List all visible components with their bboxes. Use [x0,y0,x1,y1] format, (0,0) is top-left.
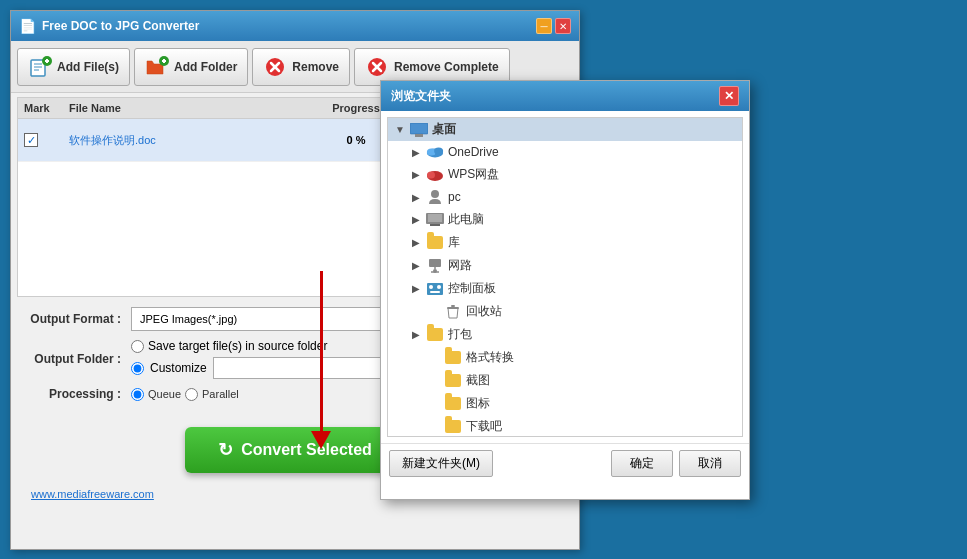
title-bar-controls: ─ ✕ [536,18,571,34]
tree-label-onedrive: OneDrive [448,145,499,159]
onedrive-icon [426,144,444,160]
pack-icon [426,327,444,343]
add-folder-label: Add Folder [174,60,237,74]
remove-label: Remove [292,60,339,74]
dialog-title-bar: 浏览文件夹 ✕ [381,81,749,111]
thispc-icon [426,212,444,228]
tree-toggle-downloads [428,421,440,433]
tree-toggle-controlpanel: ▶ [410,283,422,295]
dialog-close-button[interactable]: ✕ [719,86,739,106]
dialog-ok-button[interactable]: 确定 [611,450,673,477]
add-folder-icon [145,55,169,79]
convert-label: Convert Selected [241,441,372,459]
svg-rect-16 [410,123,428,134]
col-header-filename: File Name [69,102,306,114]
tree-item-recycle[interactable]: 回收站 [388,300,742,323]
new-folder-button[interactable]: 新建文件夹(M) [389,450,493,477]
tree-item-desktop[interactable]: ▼ 桌面 [388,118,742,141]
tree-label-icons: 图标 [466,395,490,412]
folder-customize-radio[interactable] [131,362,144,375]
tree-toggle-network: ▶ [410,260,422,272]
tree-item-downloads[interactable]: 下载吧 [388,415,742,437]
svg-rect-26 [428,214,442,222]
add-files-icon [28,55,52,79]
website-link[interactable]: www.mediafreeware.com [21,486,164,502]
user-icon [426,189,444,205]
tree-toggle-screenshot [428,375,440,387]
tree-item-icons[interactable]: 图标 [388,392,742,415]
dialog-buttons: 新建文件夹(M) 确定 取消 [381,443,749,483]
svg-rect-36 [451,305,455,307]
processing-queue-radio[interactable] [131,388,144,401]
processing-options: Queue Parallel [131,388,239,401]
tree-label-recycle: 回收站 [466,303,502,320]
svg-rect-17 [415,134,423,137]
recycle-icon [444,304,462,320]
tree-toggle-recycle [428,306,440,318]
tree-item-library[interactable]: ▶ 库 [388,231,742,254]
processing-queue-label: Queue [148,388,181,400]
minimize-button[interactable]: ─ [536,18,552,34]
tree-toggle-desktop: ▼ [394,124,406,136]
title-bar-left: 📄 Free DOC to JPG Converter [19,18,199,34]
dialog-cancel-button[interactable]: 取消 [679,450,741,477]
svg-point-22 [427,171,435,178]
tree-toggle-pack: ▶ [410,329,422,341]
svg-rect-31 [427,283,443,295]
svg-point-20 [434,148,443,155]
svg-point-33 [437,285,441,289]
col-header-mark: Mark [24,102,69,114]
tree-label-wps: WPS网盘 [448,166,499,183]
svg-point-23 [431,190,439,198]
title-bar: 📄 Free DOC to JPG Converter ─ ✕ [11,11,579,41]
folder-source-radio[interactable] [131,340,144,353]
tree-toggle-thispc: ▶ [410,214,422,226]
processing-parallel-radio[interactable] [185,388,198,401]
convert-selected-button[interactable]: ↻ Convert Selected [185,427,405,473]
row-filename: 软件操作说明.doc [69,133,306,148]
tree-label-thispc: 此电脑 [448,211,484,228]
folder-customize-label: Customize [150,361,207,375]
tree-label-format-convert: 格式转换 [466,349,514,366]
tree-toggle-icons [428,398,440,410]
progress-value: 0 % [347,134,366,146]
tree-item-pack[interactable]: ▶ 打包 [388,323,742,346]
remove-icon [263,55,287,79]
file-checkbox[interactable]: ✓ [24,133,38,147]
convert-icon: ↻ [218,439,233,461]
tree-item-format-convert[interactable]: 格式转换 [388,346,742,369]
folder-icon-screenshot [444,373,462,389]
svg-point-32 [429,285,433,289]
tree-label-pack: 打包 [448,326,472,343]
library-icon [426,235,444,251]
tree-label-desktop: 桌面 [432,121,456,138]
tree-item-wps[interactable]: ▶ WPS网盘 [388,163,742,186]
svg-rect-34 [430,291,440,293]
add-folder-button[interactable]: Add Folder [134,48,248,86]
add-files-button[interactable]: Add File(s) [17,48,130,86]
dialog-tree[interactable]: ▼ 桌面 ▶ OneDrive ▶ [387,117,743,437]
folder-icon-icons [444,396,462,412]
svg-rect-27 [429,259,441,267]
tree-item-network[interactable]: ▶ 网路 [388,254,742,277]
close-button[interactable]: ✕ [555,18,571,34]
add-files-label: Add File(s) [57,60,119,74]
remove-button[interactable]: Remove [252,48,350,86]
tree-item-onedrive[interactable]: ▶ OneDrive [388,141,742,163]
tree-toggle-wps: ▶ [410,169,422,181]
format-label: Output Format : [21,312,131,326]
dialog-title: 浏览文件夹 [391,88,451,105]
row-mark[interactable]: ✓ [24,133,69,147]
tree-item-controlpanel[interactable]: ▶ 控制面板 [388,277,742,300]
wps-icon [426,167,444,183]
tree-item-screenshot[interactable]: 截图 [388,369,742,392]
app-title: Free DOC to JPG Converter [42,19,199,33]
app-title-icon: 📄 [19,18,36,34]
controlpanel-icon [426,281,444,297]
tree-toggle-pc: ▶ [410,191,422,203]
remove-complete-label: Remove Complete [394,60,499,74]
tree-item-pc[interactable]: ▶ pc [388,186,742,208]
folder-source-label: Save target file(s) in source folder [148,339,327,353]
tree-item-thispc[interactable]: ▶ 此电脑 [388,208,742,231]
processing-label: Processing : [21,387,131,401]
